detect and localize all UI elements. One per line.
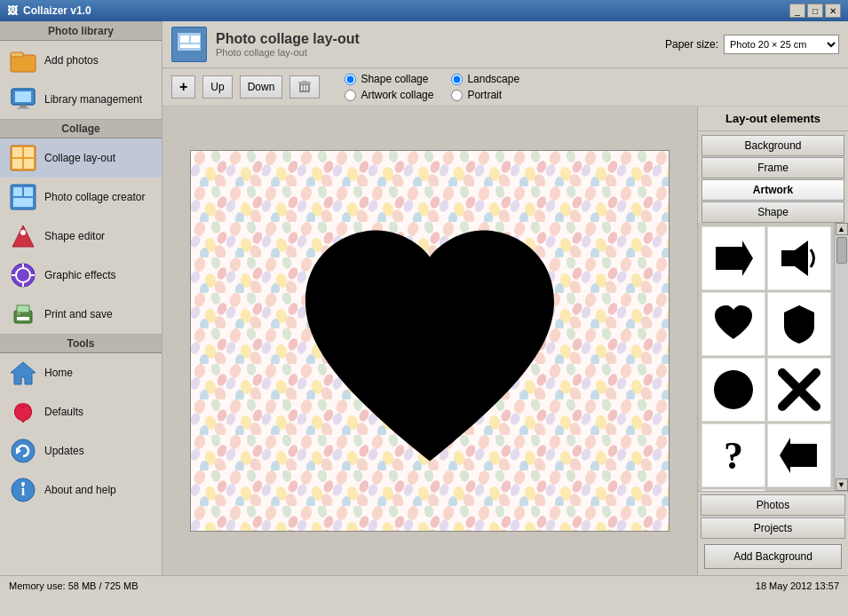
svg-rect-25	[17, 317, 29, 320]
tab-artwork[interactable]: Artwork	[701, 179, 844, 201]
sidebar-item-home[interactable]: Home	[0, 353, 162, 392]
svg-rect-4	[15, 91, 31, 102]
svg-point-16	[20, 230, 26, 235]
folder-icon	[9, 46, 37, 75]
shape-circle[interactable]	[701, 358, 765, 422]
scroll-down-button[interactable]: ▼	[836, 478, 848, 491]
svg-text:?: ?	[724, 434, 743, 478]
tab-frame[interactable]: Frame	[701, 157, 844, 178]
datetime-status: 18 May 2012 13:57	[756, 580, 839, 591]
shape-collage-label: Shape collage	[361, 73, 428, 85]
svg-rect-37	[180, 44, 200, 48]
shape-collage-radio[interactable]: Shape collage	[345, 73, 433, 85]
shape-speaker[interactable]	[767, 226, 831, 290]
sidebar-item-defaults[interactable]: Defaults	[0, 392, 162, 431]
artwork-collage-radio[interactable]: Artwork collage	[345, 89, 433, 101]
svg-rect-40	[302, 81, 307, 83]
portrait-input[interactable]	[451, 90, 463, 101]
shape-editor-label: Shape editor	[44, 230, 105, 242]
add-element-button[interactable]: +	[171, 75, 195, 99]
projects-button[interactable]: Projects	[701, 517, 845, 539]
app-title: Collaizer v1.0	[23, 4, 91, 17]
print-icon	[9, 300, 37, 328]
shape-shield[interactable]	[767, 292, 831, 356]
sidebar-item-about-and-help[interactable]: i About and help	[0, 470, 162, 509]
sidebar-item-photo-collage-creator[interactable]: Photo collage creator	[0, 178, 162, 217]
svg-marker-61	[780, 438, 817, 473]
svg-marker-27	[11, 362, 36, 384]
photos-button[interactable]: Photos	[701, 494, 845, 516]
paper-size-label: Paper size:	[665, 38, 718, 51]
radio-area: Shape collage Artwork collage Landscape	[345, 73, 519, 101]
landscape-radio[interactable]: Landscape	[451, 73, 519, 85]
tab-shape[interactable]: Shape	[701, 201, 844, 223]
shape-arrow-left[interactable]	[767, 423, 831, 487]
sidebar-item-shape-editor[interactable]: Shape editor	[0, 217, 162, 256]
svg-rect-0	[11, 55, 36, 72]
add-background-button[interactable]: Add Background	[704, 544, 842, 569]
sidebar-item-print-and-save[interactable]: Print and save	[0, 295, 162, 334]
portrait-label: Portrait	[467, 89, 502, 101]
titlebar-title: 🖼 Collaizer v1.0	[7, 4, 91, 17]
layout-panel: Lay-out elements Background Frame Artwor…	[697, 107, 848, 575]
landscape-input[interactable]	[451, 74, 463, 85]
svg-rect-10	[12, 159, 22, 169]
heart-shape[interactable]	[297, 222, 563, 470]
shape-editor-icon	[9, 222, 37, 250]
svg-marker-55	[716, 241, 753, 276]
paper-size-select[interactable]: Photo 20 × 25 cm Photo 10 × 15 cm Photo …	[724, 35, 839, 54]
titlebar-controls: _ □ ✕	[789, 4, 841, 18]
svg-rect-11	[24, 159, 34, 169]
updates-icon	[9, 437, 37, 465]
about-and-help-label: About and help	[44, 484, 116, 496]
up-button[interactable]: Up	[202, 75, 232, 99]
down-button[interactable]: Down	[240, 75, 283, 99]
page-title: Photo collage lay-out	[216, 31, 360, 47]
header-toolbar: Photo collage lay-out Photo collage lay-…	[162, 21, 848, 68]
graphic-effects-label: Graphic effects	[44, 269, 115, 281]
scroll-up-button[interactable]: ▲	[836, 223, 848, 235]
close-button[interactable]: ✕	[825, 4, 841, 18]
svg-point-32	[21, 482, 25, 486]
defaults-icon	[9, 398, 37, 426]
minimize-button[interactable]: _	[789, 4, 805, 18]
about-icon: i	[9, 476, 37, 504]
print-and-save-label: Print and save	[44, 308, 113, 320]
svg-rect-15	[13, 198, 33, 207]
scrollbar-track[interactable]: ▲ ▼	[834, 223, 848, 491]
delete-button[interactable]	[289, 75, 320, 99]
home-label: Home	[44, 367, 73, 379]
shape-arrow-right[interactable]	[701, 226, 765, 290]
svg-marker-56	[781, 241, 808, 276]
shape-heart[interactable]	[701, 292, 765, 356]
content-area: Lay-out elements Background Frame Artwor…	[162, 107, 848, 575]
sidebar-item-collage-layout[interactable]: Collage lay-out	[0, 138, 162, 178]
portrait-radio[interactable]: Portrait	[451, 89, 519, 101]
shape-arrow-down[interactable]	[701, 489, 765, 491]
monitor-icon	[9, 85, 37, 114]
tab-background[interactable]: Background	[701, 135, 844, 156]
artwork-collage-input[interactable]	[345, 90, 356, 101]
sidebar-item-add-photos[interactable]: Add photos	[0, 41, 162, 80]
sidebar-item-graphic-effects[interactable]: Graphic effects	[0, 256, 162, 295]
collage-layout-icon	[9, 144, 37, 172]
panel-bottom: Photos Projects Add Background	[698, 491, 848, 575]
maximize-button[interactable]: □	[807, 4, 823, 18]
trash-icon	[297, 80, 312, 94]
shape-cross[interactable]	[767, 358, 831, 422]
shape-question[interactable]: ?	[701, 423, 765, 487]
orientation-group: Landscape Portrait	[451, 73, 519, 101]
shape-collage-input[interactable]	[345, 74, 356, 85]
scroll-thumb[interactable]	[836, 237, 847, 264]
collage-type-group: Shape collage Artwork collage	[345, 73, 433, 101]
header-icon	[171, 27, 207, 62]
sidebar-item-updates[interactable]: Updates	[0, 431, 162, 470]
shape-grid: ?	[698, 223, 834, 491]
svg-point-57	[714, 370, 753, 409]
svg-rect-35	[180, 36, 189, 43]
artwork-collage-label: Artwork collage	[361, 89, 433, 101]
canvas	[190, 150, 670, 532]
sidebar-item-library-management[interactable]: Library management	[0, 80, 162, 119]
right-area: Photo collage lay-out Photo collage lay-…	[162, 21, 848, 575]
svg-rect-14	[24, 187, 33, 196]
